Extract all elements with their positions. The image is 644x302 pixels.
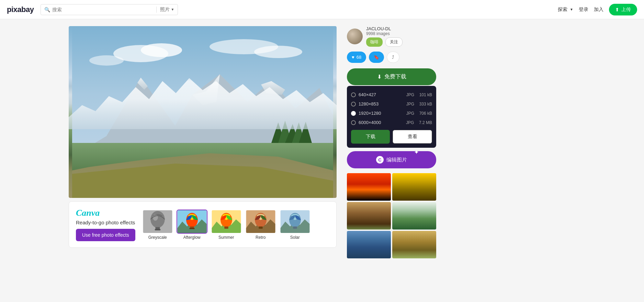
svg-point-20 [153,214,158,221]
main-container: Canva Ready-to-go photo effects Use free… [0,19,644,265]
thumbnail-3[interactable] [347,202,391,230]
avatar-image [347,29,363,44]
action-row: ♥ 68 🔖 ⤴ [347,52,436,63]
size-option-4[interactable]: 6000×4000 JPG 7.2 MB [351,118,432,127]
bookmark-button[interactable]: 🔖 [369,52,384,63]
greyscale-balloon-svg [143,210,172,233]
thumbnail-2[interactable] [392,173,436,201]
size-option-2[interactable]: 1280×853 JPG 333 kB [351,99,432,109]
main-image [69,26,337,198]
search-bar[interactable]: 🔍 照片 ▼ [41,4,178,15]
view-button[interactable]: 查看 [393,130,432,144]
thumbnail-5[interactable] [347,231,391,258]
mountain-photo [69,26,337,198]
svg-rect-22 [155,229,160,230]
like-count: 68 [357,55,361,60]
share-icon: ⤴ [392,55,394,60]
coffee-button[interactable]: 咖啡 [366,37,383,47]
size-format-1280: JPG [406,102,417,107]
download-main-label: 免费下载 [384,73,406,80]
chevron-down-icon: ▼ [171,8,174,11]
svg-point-5 [89,55,124,66]
download-button[interactable]: 下载 [351,130,390,144]
edit-button[interactable]: ✦ C 编辑图片 [347,151,436,168]
upload-button[interactable]: ⬆ 上传 [609,4,637,15]
size-dims-1280: 1280×853 [359,101,404,107]
size-format-1920: JPG [406,111,417,116]
author-info: JACLOU-DL 9998 images 咖啡 关注 [366,26,436,47]
avatar [347,29,363,44]
size-format-640: JPG [406,92,417,97]
edit-label: 编辑图片 [386,157,407,163]
svg-point-2 [141,43,182,57]
nav-join[interactable]: 加入 [594,7,603,13]
effect-thumb-solar [280,210,310,234]
header: pixabay 🔍 照片 ▼ 探索 ▼ 登录 加入 ⬆ 上传 [0,0,644,19]
summer-balloon-svg [212,210,241,233]
share-button[interactable]: ⤴ [387,52,399,63]
canva-c-icon: C [376,156,384,164]
svg-rect-40 [293,226,297,229]
radio-640[interactable] [351,92,356,97]
author-actions: 咖啡 关注 [366,37,436,47]
explore-label: 探索 [558,7,567,13]
effect-solar[interactable]: Solar [280,210,310,240]
radio-6000[interactable] [351,120,356,125]
nav-explore[interactable]: 探索 ▼ [558,7,573,13]
size-format-6000: JPG [406,120,416,125]
sparkle-icon: ✦ [414,148,419,156]
like-button[interactable]: ♥ 68 [347,52,366,63]
logo: pixabay [7,5,34,14]
search-icon: 🔍 [44,7,50,12]
bookmark-icon: 🔖 [374,55,379,60]
size-kb-1280: 333 kB [419,102,432,107]
search-type-label: 照片 [160,7,170,13]
svg-point-4 [254,46,302,58]
effect-summer[interactable]: Summer [211,210,242,240]
thumbnail-6[interactable] [392,231,436,258]
download-main-button[interactable]: ⬇ 免费下载 [347,68,436,85]
svg-rect-32 [224,226,228,229]
canva-effects-button[interactable]: Use free photo effects [76,229,135,241]
effect-retro[interactable]: Retro [245,210,276,240]
image-section: Canva Ready-to-go photo effects Use free… [69,26,337,258]
thumbnail-1[interactable] [347,173,391,201]
size-option-1[interactable]: 640×427 JPG 101 kB [351,90,432,99]
author-name: JACLOU-DL [366,26,436,31]
solar-balloon-svg [280,210,310,233]
canva-section: Canva Ready-to-go photo effects Use free… [69,201,337,248]
heart-icon: ♥ [352,55,354,60]
effect-thumb-summer [211,210,242,234]
thumbnail-grid [347,173,436,258]
upload-label: 上传 [621,7,631,13]
size-option-3[interactable]: 1920×1280 JPG 706 kB [351,109,432,118]
effect-label-solar: Solar [290,235,300,240]
chevron-down-icon: ▼ [570,8,573,11]
author-images-count: 9998 images [366,31,436,36]
radio-1920[interactable] [351,111,356,116]
size-dims-1920: 1920×1280 [359,111,404,116]
search-type-selector[interactable]: 照片 ▼ [156,7,174,13]
radio-1280[interactable] [351,102,356,107]
upload-icon: ⬆ [615,7,619,12]
effect-thumb-greyscale [142,210,173,234]
effect-afterglow[interactable]: Afterglow [177,210,207,240]
follow-button[interactable]: 关注 [385,37,403,47]
effect-label-retro: Retro [256,235,265,240]
thumbnail-4[interactable] [392,202,436,230]
size-dims-6000: 6000×4000 [359,120,403,125]
size-kb-640: 101 kB [419,92,432,97]
nav-login[interactable]: 登录 [579,7,588,13]
canva-logo: Canva [76,208,135,218]
effect-thumb-retro [245,210,276,234]
sidebar: JACLOU-DL 9998 images 咖啡 关注 ♥ 68 🔖 ⤴ [347,26,436,258]
download-dropdown: 640×427 JPG 101 kB 1280×853 JPG 333 kB 1… [347,86,436,148]
effect-label-greyscale: Greyscale [148,235,167,240]
effect-greyscale[interactable]: Greyscale [142,210,173,240]
author-row: JACLOU-DL 9998 images 咖啡 关注 [347,26,436,47]
search-input[interactable] [52,7,152,12]
canva-left: Canva Ready-to-go photo effects Use free… [76,208,135,241]
dropdown-actions: 下载 查看 [351,130,432,144]
effects-strip: Greyscale [142,210,310,240]
size-dims-640: 640×427 [359,92,404,97]
